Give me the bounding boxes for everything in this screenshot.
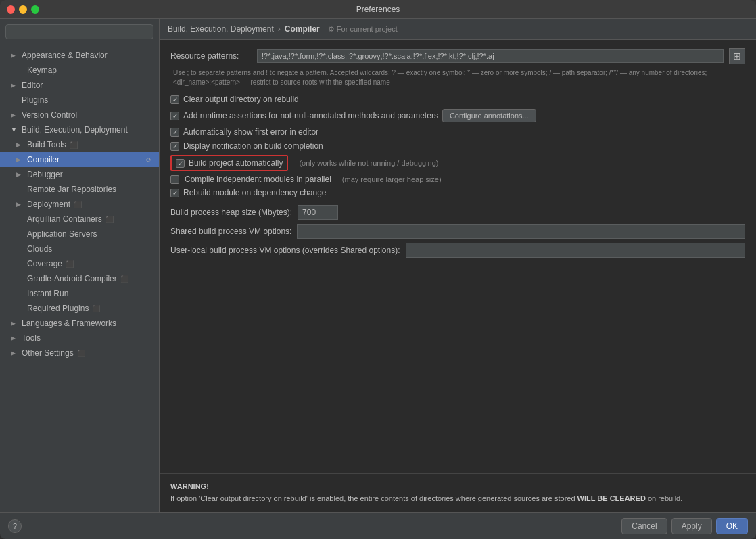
breadcrumb-part1: Build, Execution, Deployment xyxy=(168,24,274,34)
close-button[interactable] xyxy=(7,5,15,14)
clear-output-row: Clear output directory on rebuild xyxy=(170,94,745,105)
sidebar-item-label: Build Tools xyxy=(27,140,66,149)
display-notification-checkbox[interactable] xyxy=(170,142,179,151)
sidebar-item-label: Gradle-Android Compiler xyxy=(27,274,117,283)
sidebar-item-coverage[interactable]: Coverage ⬛ xyxy=(0,256,159,271)
compile-parallel-hint: (may require larger heap size) xyxy=(342,175,442,183)
resource-patterns-input[interactable] xyxy=(257,49,724,63)
sidebar-item-keymap[interactable]: Keymap xyxy=(0,63,159,78)
clear-output-checkbox[interactable] xyxy=(170,95,179,104)
arrow-icon: ▶ xyxy=(16,201,24,208)
sidebar-item-arquillian[interactable]: Arquillian Containers ⬛ xyxy=(0,212,159,227)
traffic-lights xyxy=(7,5,39,14)
clear-output-label: Clear output directory on rebuild xyxy=(183,95,299,104)
shared-vm-input[interactable] xyxy=(297,224,745,239)
sidebar-item-build-exec[interactable]: ▼ Build, Execution, Deployment xyxy=(0,122,159,137)
help-button[interactable]: ? xyxy=(8,519,22,533)
sidebar-item-remote-jar[interactable]: Remote Jar Repositories xyxy=(0,182,159,197)
sidebar-item-app-servers[interactable]: Application Servers xyxy=(0,227,159,241)
titlebar: Preferences xyxy=(0,0,756,19)
sidebar-item-appearance[interactable]: ▶ Appearance & Behavior xyxy=(0,48,159,63)
plugin-icon: ⬛ xyxy=(73,200,82,209)
sync-icon: ⟳ xyxy=(144,155,153,164)
configure-annotations-button[interactable]: Configure annotations... xyxy=(442,109,536,122)
sidebar-item-editor[interactable]: ▶ Editor xyxy=(0,78,159,93)
heap-size-label: Build process heap size (Mbytes): xyxy=(170,208,292,217)
resource-patterns-label: Resource patterns: xyxy=(170,51,252,61)
display-notification-row: Display notification on build completion xyxy=(170,141,745,151)
arrow-icon: ▶ xyxy=(11,112,19,118)
show-first-error-row: Automatically show first error in editor xyxy=(170,126,745,137)
rebuild-module-row: Rebuild module on dependency change xyxy=(170,187,745,198)
sidebar-item-label: Required Plugins xyxy=(27,304,89,313)
arrow-icon: ▶ xyxy=(11,52,19,59)
footer-right: Cancel Apply OK xyxy=(621,518,748,534)
sidebar-item-compiler[interactable]: ▶ Compiler ⟳ xyxy=(0,152,159,167)
plugin-icon: ⬛ xyxy=(105,214,114,224)
maximize-button[interactable] xyxy=(31,5,39,14)
apply-button[interactable]: Apply xyxy=(671,518,712,534)
resource-patterns-row: Resource patterns: ⊞ xyxy=(170,48,745,64)
build-auto-highlighted-box: Build project automatically xyxy=(170,155,288,171)
sidebar-item-plugins[interactable]: Plugins xyxy=(0,93,159,108)
arrow-placeholder xyxy=(16,67,24,74)
sidebar-item-deployment[interactable]: ▶ Deployment ⬛ xyxy=(0,197,159,212)
add-runtime-label: Add runtime assertions for not-null-anno… xyxy=(183,111,438,120)
sidebar-item-label: Compiler xyxy=(27,155,60,164)
warning-text: If option 'Clear output directory on reb… xyxy=(170,493,745,505)
sidebar-item-required-plugins[interactable]: Required Plugins ⬛ xyxy=(0,301,159,316)
arrow-placeholder xyxy=(16,275,24,282)
sidebar-item-label: Coverage xyxy=(27,259,62,268)
warning-section: WARNING! If option 'Clear output directo… xyxy=(160,473,756,513)
arrow-placeholder xyxy=(11,97,19,103)
heap-size-input[interactable] xyxy=(298,205,338,220)
search-box xyxy=(0,19,159,45)
sidebar-item-label: Deployment xyxy=(27,200,70,209)
sidebar-item-label: Build, Execution, Deployment xyxy=(22,125,128,135)
arrow-icon: ▶ xyxy=(11,350,19,356)
sidebar-item-tools[interactable]: ▶ Tools xyxy=(0,331,159,346)
shared-vm-label: Shared build process VM options: xyxy=(170,227,291,236)
sidebar-item-debugger[interactable]: ▶ Debugger xyxy=(0,167,159,182)
rebuild-module-checkbox[interactable] xyxy=(170,189,179,197)
search-input[interactable] xyxy=(5,24,153,39)
plugin-icon: ⬛ xyxy=(65,259,74,268)
build-auto-checkbox[interactable] xyxy=(176,159,185,168)
sidebar-item-label: Remote Jar Repositories xyxy=(27,185,116,194)
breadcrumb-current: Compiler xyxy=(285,24,320,34)
compile-parallel-label: Compile independent modules in parallel xyxy=(185,174,331,184)
content-body: Resource patterns: ⊞ Use ; to separate p… xyxy=(160,40,756,473)
arrow-placeholder xyxy=(16,305,24,312)
sidebar-item-label: Arquillian Containers xyxy=(27,214,102,224)
sidebar-item-build-tools[interactable]: ▶ Build Tools ⬛ xyxy=(0,137,159,152)
user-local-vm-input[interactable] xyxy=(406,243,746,258)
sidebar-item-label: Clouds xyxy=(27,244,52,254)
cancel-button[interactable]: Cancel xyxy=(621,518,667,534)
arrow-placeholder xyxy=(16,290,24,297)
plugin-icon: ⬛ xyxy=(76,348,86,358)
compile-parallel-checkbox[interactable] xyxy=(170,175,179,184)
resource-patterns-expand-button[interactable]: ⊞ xyxy=(729,48,745,64)
add-runtime-checkbox[interactable] xyxy=(170,112,179,120)
show-first-error-checkbox[interactable] xyxy=(170,128,179,137)
sidebar-item-label: Keymap xyxy=(27,66,57,75)
sidebar-item-label: Languages & Frameworks xyxy=(22,319,116,328)
display-notification-label: Display notification on build completion xyxy=(183,141,323,151)
sidebar-item-version-control[interactable]: ▶ Version Control xyxy=(0,108,159,122)
arrow-icon: ▶ xyxy=(11,82,19,89)
sidebar-item-clouds[interactable]: Clouds xyxy=(0,241,159,256)
arrow-icon: ▶ xyxy=(11,335,19,342)
sidebar-item-gradle-android[interactable]: Gradle-Android Compiler ⬛ xyxy=(0,271,159,286)
add-runtime-row: Add runtime assertions for not-null-anno… xyxy=(170,108,745,123)
sidebar-item-label: Instant Run xyxy=(27,289,68,298)
sidebar-item-other-settings[interactable]: ▶ Other Settings ⬛ xyxy=(0,346,159,360)
shared-vm-row: Shared build process VM options: xyxy=(170,224,745,239)
sidebar-item-languages[interactable]: ▶ Languages & Frameworks xyxy=(0,316,159,331)
ok-button[interactable]: OK xyxy=(716,518,748,534)
footer-left: ? xyxy=(8,519,22,533)
rebuild-module-label: Rebuild module on dependency change xyxy=(183,188,327,197)
arrow-icon: ▶ xyxy=(16,156,24,163)
minimize-button[interactable] xyxy=(19,5,27,14)
arrow-placeholder xyxy=(16,186,24,193)
sidebar-item-instant-run[interactable]: Instant Run xyxy=(0,286,159,301)
